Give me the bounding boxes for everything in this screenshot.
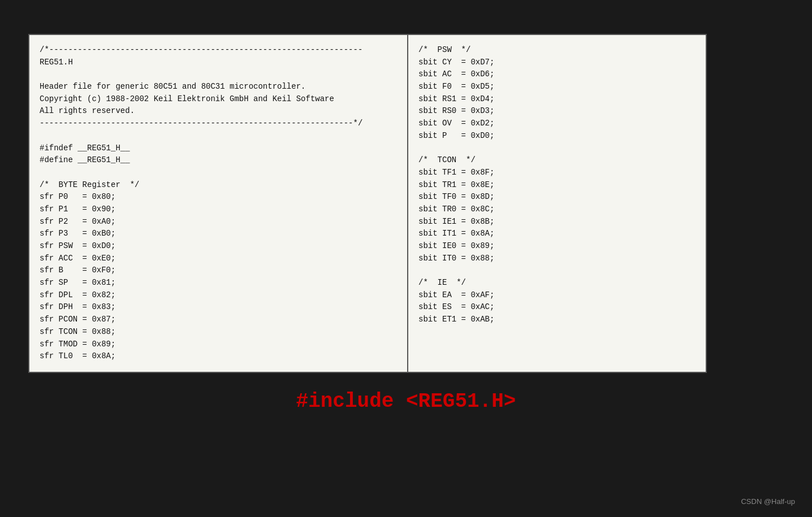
watermark: CSDN @Half-up xyxy=(741,497,795,506)
main-content: /*--------------------------------------… xyxy=(28,34,784,373)
left-code-panel: /*--------------------------------------… xyxy=(28,34,407,373)
right-code-panel: /* PSW */ sbit CY = 0xD7; sbit AC = 0xD6… xyxy=(407,34,707,373)
include-label: #include <REG51.H> xyxy=(0,390,812,413)
